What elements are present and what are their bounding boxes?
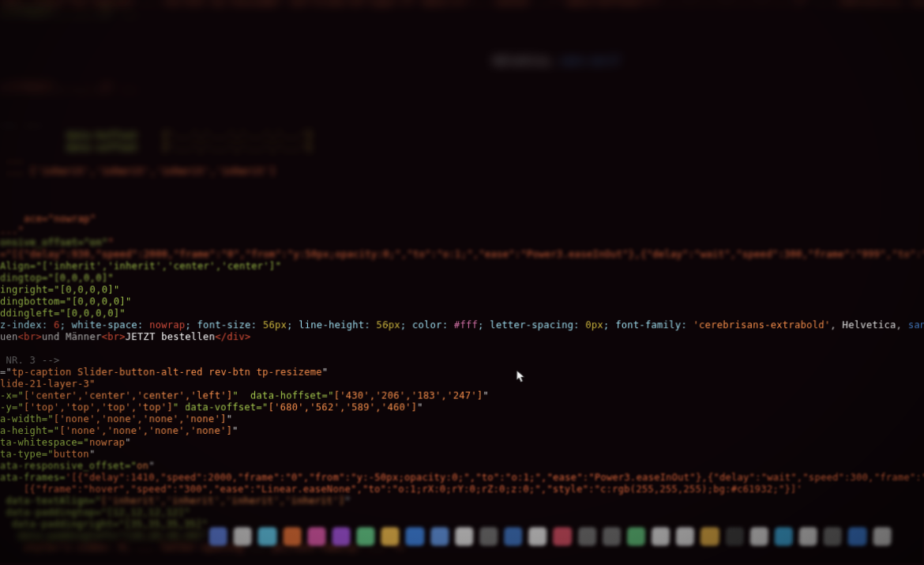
padding-left-line: data-paddingleft="[10,10,10,10]" <box>0 530 208 541</box>
code-line: ..." <box>0 225 24 236</box>
text-content-line: uen<br>und Männer<br>JETZT bestellen</di… <box>0 331 924 343</box>
dock-app-icon[interactable] <box>455 527 473 546</box>
dock-app-icon[interactable] <box>406 527 424 546</box>
dock-app-icon[interactable] <box>873 527 892 546</box>
code-line: ddingleft="[0,0,0,0]" <box>0 307 126 318</box>
code-line: <div class="tp-caption ... rev-btn tp-re… <box>0 0 924 6</box>
dock-app-icon[interactable] <box>356 527 374 546</box>
id-attr-line: lide-21-layer-3" <box>0 379 96 390</box>
comment-line: NR. 3 --> <box>0 355 60 366</box>
whitespace-line: ta-whitespace="nowrap" <box>0 437 924 449</box>
class-attr-line: ="tp-caption Slider-button-alt-red rev-b… <box>0 367 924 379</box>
style-line: z-index: 6; white-space: nowrap; font-si… <box>0 319 924 331</box>
code-line: Helvetica, <box>494 55 554 66</box>
dock-app-icon[interactable] <box>824 527 843 546</box>
dock-app-icon[interactable] <box>848 527 867 546</box>
code-editor-screenshot: <div class="tp-caption ... rev-btn tp-re… <box>0 0 924 563</box>
code-line: ace="nowrap" <box>24 213 96 224</box>
hover-frame-line: [{"frame":"hover","speed":"300","ease":"… <box>0 484 802 495</box>
responsive-offset-line: ata-responsive_offset="on" <box>0 461 924 473</box>
dock-app-icon[interactable] <box>725 527 744 546</box>
macos-dock[interactable] <box>209 522 892 545</box>
dock-app-icon[interactable] <box>504 527 523 546</box>
code-line: ='["fill",...,...]' ... <box>0 7 139 18</box>
padding-top-line: data-paddingtop="[12,12,12,12]" <box>0 507 190 518</box>
dock-app-icon[interactable] <box>701 527 719 546</box>
dock-app-icon[interactable] <box>774 527 793 546</box>
code-line: ... ... <box>0 118 42 129</box>
code-line: ="[{"delay":930,"speed":2000,"frame":"0"… <box>0 249 924 260</box>
dock-app-icon[interactable] <box>749 527 768 546</box>
dock-app-icon[interactable] <box>209 527 227 546</box>
data-height-line: a-height="['none','none','none','none']" <box>0 425 924 437</box>
data-type-line: ta-type="button" <box>0 449 924 461</box>
data-frames-line: ata-frames='[{"delay":1410,"speed":2000,… <box>0 472 924 484</box>
code-line: data-hoffset <box>66 130 138 141</box>
data-y-line: -y="['top','top','top','top']" data-voff… <box>0 402 924 414</box>
dock-app-icon[interactable] <box>258 527 276 546</box>
dock-app-icon[interactable] <box>332 527 350 546</box>
dock-app-icon[interactable] <box>799 527 818 546</box>
dock-app-icon[interactable] <box>676 527 695 546</box>
dock-app-icon[interactable] <box>577 527 596 546</box>
dock-app-icon[interactable] <box>234 527 252 546</box>
dock-app-icon[interactable] <box>430 527 449 546</box>
code-line: dingtop="[0,0,0,0]" <box>0 273 114 284</box>
code-line: Align="['inherit','inherit','center','ce… <box>0 261 281 272</box>
dock-app-icon[interactable] <box>479 527 498 546</box>
dock-app-icon[interactable] <box>381 527 399 546</box>
code-line: dingbottom="[0,0,0,0]" <box>0 296 132 307</box>
code-line: ='["fill",...,...]' ... <box>0 82 138 93</box>
data-x-line: -x="['center','center','center','left']"… <box>0 390 924 402</box>
code-line: ingright="[0,0,0,0]" <box>0 284 119 296</box>
dock-app-icon[interactable] <box>627 527 646 546</box>
dock-app-icon[interactable] <box>553 527 572 546</box>
dock-app-icon[interactable] <box>652 527 670 546</box>
code-line: onsive_offset="on" <box>0 237 108 248</box>
dock-app-icon[interactable] <box>528 527 547 546</box>
dock-app-icon[interactable] <box>307 527 325 546</box>
dock-app-icon[interactable] <box>283 527 301 546</box>
data-width-line: a-width="['none','none','none','none']" <box>0 413 924 425</box>
text-align-line: data-textAlign="['inherit','inherit','in… <box>0 495 924 507</box>
mouse-cursor-icon <box>516 370 527 384</box>
padding-right-line: data-paddingright="[35,35,35,35]" <box>0 518 208 529</box>
code-line: ... ['inherit','inherit','inherit','inhe… <box>0 166 276 177</box>
dock-app-icon[interactable] <box>603 527 622 546</box>
code-line: ... <box>0 154 24 165</box>
code-line: data-voffset <box>66 142 138 153</box>
code-area: <div class="tp-caption ... rev-btn tp-re… <box>0 0 924 553</box>
